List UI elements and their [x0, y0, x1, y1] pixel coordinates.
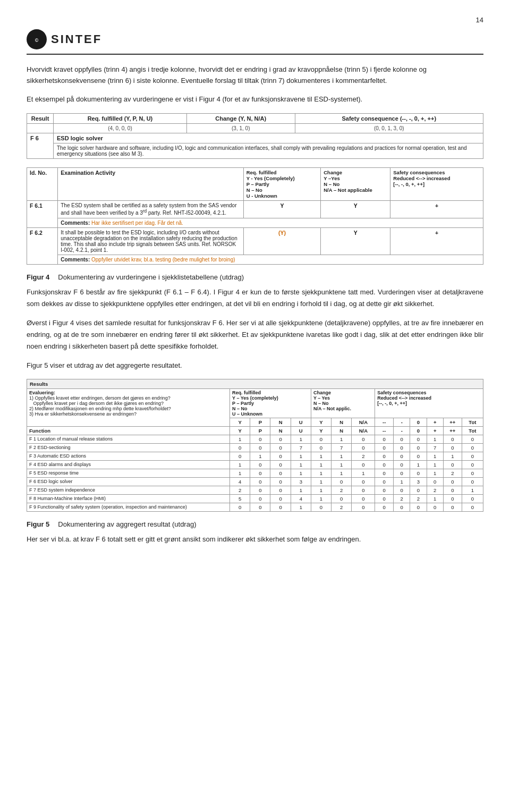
f61-req: Y [243, 201, 321, 218]
f62-req: (Y) [243, 227, 321, 255]
f62-comment-text: Oppfyller utvidet krav, bl.a. testing (b… [91, 257, 235, 263]
safety-header: Safety consequences Reduced <--> increas… [375, 389, 483, 418]
results-row-f9: F 9 Functionality of safety system (oper… [27, 503, 483, 512]
results-row-f3: F 3 Automatic ESD actions 0101 112 00011… [27, 452, 483, 461]
rh-pp: ++ [443, 427, 462, 435]
f5-name: F 5 ESD response time [27, 469, 230, 478]
col-req-fulfilled: Req. fulfilled (Y, P, N, U) [54, 114, 187, 124]
figure4-label: Figur 4 [27, 273, 49, 281]
f62-safety: + [390, 227, 483, 255]
rh-N: N [270, 427, 291, 435]
col-id-header: Id. No. [27, 168, 58, 201]
svg-text:©: © [35, 38, 39, 43]
f62-activity: It shall be possible to test the ESD log… [58, 227, 243, 255]
f62-comment: Comments: Oppfyller utvidet krav, bl.a. … [58, 255, 483, 264]
f6-desc: The logic solver hardware and software, … [54, 143, 483, 159]
sub-change: (3, 1, 0) [186, 124, 295, 133]
rh-P: P [250, 427, 270, 435]
sub-result [27, 124, 54, 133]
f61-activity: The ESD system shall be certified as a s… [58, 201, 243, 218]
figure5-label: Figur 5 [27, 520, 49, 528]
results-title-cell: Results [27, 379, 483, 389]
rh-tot: Tot [462, 427, 483, 435]
logo-area: © SINTEF [27, 29, 102, 49]
f61-id: F 6.1 [27, 201, 58, 227]
results-row-f5: F 5 ESD response time 1001 111 00012 0 [27, 469, 483, 478]
col-mm: -- [375, 418, 394, 427]
col-cN: N [332, 418, 352, 427]
checklist-comment-f61: Comments: Har ikke sertifisert per idag.… [27, 218, 483, 227]
results-row-f6: F 6 ESD logic solver 4003 100 01300 0 [27, 478, 483, 486]
f2-name: F 2 ESD-sectioning [27, 444, 230, 452]
rh-mm: -- [375, 427, 394, 435]
col-safety: Safety consequence (--, -, 0, +, ++) [295, 114, 483, 124]
col-m: - [394, 418, 410, 427]
page-number: 14 [27, 16, 483, 24]
figure5-description: Dokumentering av aggregert resultat (utd… [58, 520, 196, 528]
results-row-f7: F 7 ESD system independence 2001 120 000… [27, 486, 483, 495]
function-col-header: Function [27, 427, 230, 435]
checklist-row-f61: F 6.1 The ESD system shall be certified … [27, 201, 483, 218]
figure4-description: Dokumentering av vurderingene i sjekklis… [58, 273, 244, 281]
f7-name: F 7 ESD system independence [27, 486, 230, 495]
req-fulfilled-header: Req. fulfilled Y – Yes (completely) P – … [230, 389, 311, 418]
intro-paragraph: Hvorvidt kravet oppfylles (trinn 4) angi… [27, 64, 483, 87]
results-aggregate-table: Results Evaluering: 1) Oppfylles kravet … [27, 379, 483, 512]
results-row-f1: F 1 Location of manual release stations … [27, 435, 483, 444]
col-U: U [291, 418, 311, 427]
figure4-caption: Figur 4 Dokumentering av vurderingene i … [27, 273, 483, 281]
f61-comment-text: Har ikke sertifisert per idag. Får det n… [91, 220, 183, 226]
checklist-table: Id. No. Examination Activity Req. fulfil… [27, 167, 483, 264]
f8-name: F 8 Human-Machine Interface (HMI) [27, 495, 230, 503]
f61-safety: + [390, 201, 483, 218]
results-row-f2: F 2 ESD-sectioning 0007 070 00070 0 [27, 444, 483, 452]
results-row-f8: F 8 Human-Machine Interface (HMI) 5004 1… [27, 495, 483, 503]
rh-0: 0 [410, 427, 427, 435]
results-row-f4: F 4 ESD alarms and displays 1001 110 001… [27, 461, 483, 469]
col-change: Change (Y, N, N/A) [186, 114, 295, 124]
f3-name: F 3 Automatic ESD actions [27, 452, 230, 461]
logo-text: SINTEF [51, 32, 102, 46]
change-header: Change Y – Yes N – No N/A – Not applic. [311, 389, 375, 418]
f62-id: F 6.2 [27, 227, 58, 264]
col-Y: Y [230, 418, 250, 427]
paragraph2: Øverst i Figur 4 vises det samlede resul… [27, 317, 483, 352]
f61-comment: Comments: Har ikke sertifisert per idag.… [58, 218, 483, 227]
paragraph4: Her ser vi bl.a. at krav F 6 totalt sett… [27, 534, 483, 545]
paragraph1: Funksjonskrav F 6 består av fire sjekkpu… [27, 286, 483, 310]
rh-p: + [427, 427, 443, 435]
f1-name: F 1 Location of manual release stations [27, 435, 230, 444]
figure5-caption: Figur 5 Dokumentering av aggregert resul… [27, 520, 483, 528]
rh-cN: N [332, 427, 352, 435]
checklist-row-f62: F 6.2 It shall be possible to test the E… [27, 227, 483, 255]
rh-NA: N/A [352, 427, 375, 435]
f6-id: F 6 [27, 133, 54, 159]
header-bar: © SINTEF [27, 29, 483, 55]
col-NA: N/A [352, 418, 375, 427]
sub-safety: (0, 0, 1, 3, 0) [295, 124, 483, 133]
rh-Y: Y [230, 427, 250, 435]
col-pp: ++ [443, 418, 462, 427]
f9-name: F 9 Functionality of safety system (oper… [27, 503, 230, 512]
rh-cY: Y [311, 427, 331, 435]
col-N: N [270, 418, 291, 427]
f61-change: Y [321, 201, 390, 218]
checklist-comment-f62: Comments: Oppfyller utvidet krav, bl.a. … [27, 255, 483, 264]
rh-m: - [394, 427, 410, 435]
f6-name: F 6 ESD logic solver [27, 478, 230, 486]
logo-circle: © [27, 29, 47, 49]
col-tot: Tot [462, 418, 483, 427]
sub-req: (4, 0, 0, 0) [54, 124, 187, 133]
col-req-header: Req. fulfilled Y - Yes (Completely) P – … [243, 168, 321, 201]
f61-comment-label: Comments: [61, 220, 90, 226]
col-cY: Y [311, 418, 331, 427]
col-change-header: Change Y –Yes N – No N/A – Not applicabl… [321, 168, 390, 201]
f6-title: ESD logic solver [54, 133, 483, 143]
col-0: 0 [410, 418, 427, 427]
results-function-header-row: Function Y P N U Y N N/A -- - 0 + ++ Tot [27, 427, 483, 435]
f62-comment-label: Comments: [61, 257, 90, 263]
col-result: Result [27, 114, 54, 124]
col-P: P [250, 418, 270, 427]
col-safety-header: Safety consequences Reduced <--> increas… [390, 168, 483, 201]
f4-name: F 4 ESD alarms and displays [27, 461, 230, 469]
